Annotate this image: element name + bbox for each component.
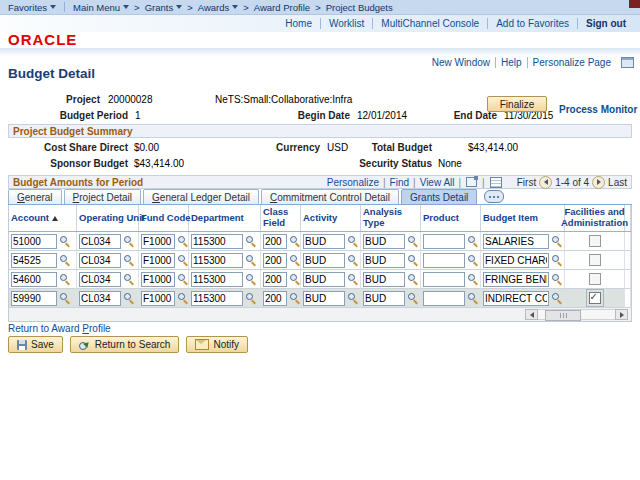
tab-general[interactable]: General [8, 189, 62, 204]
breadcrumb-project-budgets[interactable]: Project Budgets [326, 2, 393, 13]
worklist-link[interactable]: Worklist [321, 18, 373, 29]
product-input[interactable] [423, 291, 465, 306]
home-link[interactable]: Home [277, 18, 321, 29]
fa-checkbox[interactable] [589, 254, 601, 266]
class-field-lookup-icon[interactable] [289, 235, 300, 247]
operating-unit-lookup-icon[interactable] [123, 254, 134, 266]
analysis-type-input[interactable] [363, 234, 405, 249]
department-lookup-icon[interactable] [245, 235, 256, 247]
class-field-input[interactable] [263, 291, 287, 306]
breadcrumb-award-profile[interactable]: Award Profile [254, 2, 310, 13]
account-lookup-icon[interactable] [59, 273, 70, 285]
analysis-type-input[interactable] [363, 253, 405, 268]
product-lookup-icon[interactable] [467, 273, 478, 285]
activity-lookup-icon[interactable] [347, 292, 358, 304]
product-lookup-icon[interactable] [467, 254, 478, 266]
department-input[interactable] [191, 253, 243, 268]
operating-unit-input[interactable] [79, 291, 121, 306]
fund-code-lookup-icon[interactable] [177, 235, 188, 247]
analysis-type-lookup-icon[interactable] [407, 254, 418, 266]
tab-general-ledger-detail[interactable]: General Ledger Detail [143, 189, 259, 204]
help-link[interactable]: Help [496, 57, 528, 68]
find-link[interactable]: Find [390, 177, 409, 188]
scrollbar-track[interactable] [538, 309, 615, 320]
return-to-search-button[interactable]: Return to Search [70, 336, 180, 353]
operating-unit-lookup-icon[interactable] [123, 235, 134, 247]
fund-code-lookup-icon[interactable] [177, 254, 188, 266]
product-input[interactable] [423, 253, 465, 268]
class-field-input[interactable] [263, 253, 287, 268]
breadcrumb-grants[interactable]: Grants [145, 2, 183, 13]
view-all-link[interactable]: View All [420, 177, 455, 188]
new-window-link[interactable]: New Window [427, 57, 496, 68]
activity-lookup-icon[interactable] [347, 235, 358, 247]
department-lookup-icon[interactable] [245, 292, 256, 304]
tab-commitment-control-detail[interactable]: Commitment Control Detail [261, 189, 399, 204]
pager-first-link[interactable]: First [517, 177, 536, 188]
popout-icon[interactable] [466, 177, 477, 187]
new-window-icon[interactable] [621, 57, 634, 68]
analysis-type-input[interactable] [363, 291, 405, 306]
department-input[interactable] [191, 234, 243, 249]
operating-unit-input[interactable] [79, 272, 121, 287]
tab-grants-detail[interactable]: Grants Detail [401, 189, 477, 204]
analysis-type-lookup-icon[interactable] [407, 235, 418, 247]
department-lookup-icon[interactable] [245, 273, 256, 285]
budget-item-input[interactable] [483, 291, 549, 306]
fund-code-input[interactable] [141, 253, 175, 268]
budget-item-input[interactable] [483, 272, 549, 287]
process-monitor-link[interactable]: Process Monitor [559, 104, 637, 115]
pager-previous-icon[interactable] [539, 176, 552, 189]
pager-next-icon[interactable] [592, 176, 605, 189]
department-input[interactable] [191, 272, 243, 287]
budget-item-lookup-icon[interactable] [551, 235, 562, 247]
operating-unit-lookup-icon[interactable] [123, 292, 134, 304]
scroll-right-button[interactable] [615, 309, 628, 320]
department-lookup-icon[interactable] [245, 254, 256, 266]
account-lookup-icon[interactable] [59, 235, 70, 247]
download-grid-icon[interactable] [490, 177, 502, 188]
fund-code-input[interactable] [141, 291, 175, 306]
fa-checkbox[interactable] [589, 235, 601, 247]
class-field-lookup-icon[interactable] [289, 292, 300, 304]
activity-input[interactable] [303, 253, 345, 268]
operating-unit-input[interactable] [79, 234, 121, 249]
class-field-input[interactable] [263, 234, 287, 249]
notify-button[interactable]: Notify [186, 336, 248, 353]
breadcrumb-awards[interactable]: Awards [198, 2, 239, 13]
activity-input[interactable] [303, 291, 345, 306]
account-input[interactable] [11, 234, 57, 249]
budget-item-lookup-icon[interactable] [551, 273, 562, 285]
horizontal-scrollbar[interactable] [525, 309, 628, 320]
activity-input[interactable] [303, 234, 345, 249]
fund-code-lookup-icon[interactable] [177, 292, 188, 304]
account-lookup-icon[interactable] [59, 292, 70, 304]
analysis-type-input[interactable] [363, 272, 405, 287]
return-to-award-profile-link[interactable]: Return to Award Profile [8, 323, 111, 334]
class-field-lookup-icon[interactable] [289, 254, 300, 266]
budget-item-lookup-icon[interactable] [551, 254, 562, 266]
account-input[interactable] [11, 253, 57, 268]
activity-input[interactable] [303, 272, 345, 287]
analysis-type-lookup-icon[interactable] [407, 273, 418, 285]
personalize-page-link[interactable]: Personalize Page [528, 57, 616, 68]
scrollbar-thumb[interactable] [545, 310, 581, 321]
fund-code-input[interactable] [141, 272, 175, 287]
personalize-link[interactable]: Personalize [327, 177, 379, 188]
breadcrumb-main-menu[interactable]: Main Menu [73, 2, 129, 13]
fund-code-lookup-icon[interactable] [177, 273, 188, 285]
analysis-type-lookup-icon[interactable] [407, 292, 418, 304]
finalize-button[interactable]: Finalize [487, 96, 547, 112]
class-field-lookup-icon[interactable] [289, 273, 300, 285]
sign-out-link[interactable]: Sign out [578, 18, 634, 29]
budget-item-input[interactable] [483, 234, 549, 249]
breadcrumb-favorites[interactable]: Favorites [8, 2, 56, 13]
operating-unit-input[interactable] [79, 253, 121, 268]
product-lookup-icon[interactable] [467, 235, 478, 247]
scroll-left-button[interactable] [525, 309, 538, 320]
fa-checkbox[interactable] [589, 273, 601, 285]
budget-item-lookup-icon[interactable] [551, 292, 562, 304]
pager-last-link[interactable]: Last [608, 177, 627, 188]
tab-project-detail[interactable]: Project Detail [64, 189, 141, 204]
activity-lookup-icon[interactable] [347, 254, 358, 266]
